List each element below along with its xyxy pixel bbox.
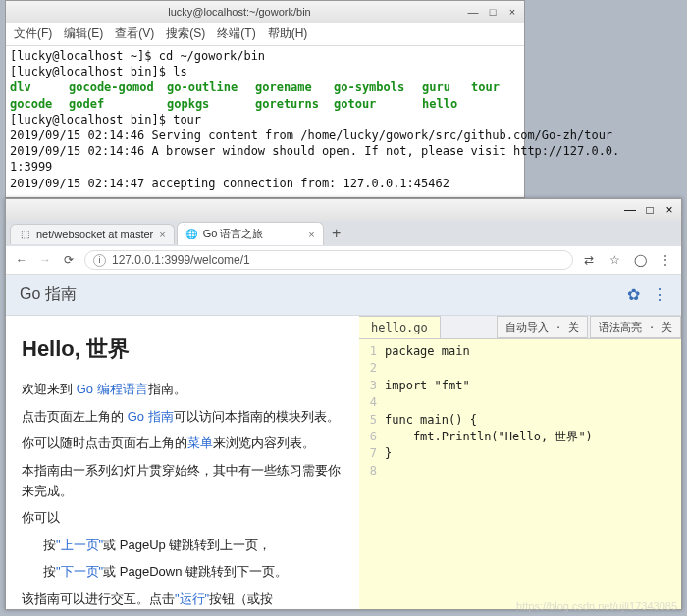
terminal-window: lucky@localhost:~/gowork/bin — □ × 文件(F)… [5,0,525,198]
site-info-icon[interactable]: i [93,254,106,267]
close-icon[interactable]: × [308,229,314,240]
tab-websocket[interactable]: ⬚ net/websocket at master × [10,224,175,244]
ls-entry: guru [422,79,471,95]
gopher-icon: 🌐 [185,229,197,240]
link-next-page[interactable]: "下一页" [56,564,103,579]
line-gutter: 1 2 3 4 5 6 7 8 [359,339,381,609]
paragraph: 本指南由一系列幻灯片贯穿始终，其中有一些练习需要你来完成。 [22,460,344,502]
link-go-guide[interactable]: Go 指南 [128,409,174,424]
watermark: https://blog.csdn.net/ujli17343085 [516,600,677,612]
terminal-body[interactable]: [lucky@localhost ~]$ cd ~/gowork/bin [lu… [6,46,524,197]
ls-entry: goreturns [255,96,334,112]
ls-entry [471,96,510,112]
terminal-title: lucky@localhost:~/gowork/bin [12,6,467,18]
paragraph: 欢迎来到 Go 编程语言指南。 [22,379,344,399]
forward-button[interactable]: → [37,253,53,267]
reload-button[interactable]: ⟳ [61,253,77,267]
back-button[interactable]: ← [14,253,29,267]
ls-entry: tour [471,79,510,95]
browser-tabs: ⬚ net/websocket at master × 🌐 Go 语言之旅 × … [6,221,681,246]
ls-output-row: gocodegodefgopkgsgoreturnsgotourhello [10,96,520,112]
ls-entry: go-outline [167,79,255,95]
terminal-window-buttons: — □ × [467,6,518,18]
maximize-button[interactable]: □ [644,203,656,217]
prompt-line: [lucky@localhost bin]$ ls [10,65,187,78]
editor-pane: hello.go 自动导入 · 关 语法高亮 · 关 1 2 3 4 5 6 7… [359,316,681,609]
paragraph: 你可以随时点击页面右上角的菜单来浏览内容列表。 [22,433,344,453]
kebab-menu-icon[interactable]: ⋮ [652,285,667,304]
link-prev-page[interactable]: "上一页" [56,538,103,552]
output-line: 2019/09/15 02:14:47 accepting connection… [10,177,449,190]
ls-entry: hello [422,96,471,112]
prompt-line: [lucky@localhost ~]$ cd ~/gowork/bin [10,49,265,63]
tab-go-tour[interactable]: 🌐 Go 语言之旅 × [177,222,324,245]
article-title: Hello, 世界 [22,332,344,367]
guide-content: Hello, 世界 欢迎来到 Go 编程语言指南。 点击页面左上角的 Go 指南… [6,316,681,609]
github-icon: ⬚ [19,229,30,240]
url-text: 127.0.0.1:3999/welcome/1 [112,253,250,267]
address-bar[interactable]: i 127.0.0.1:3999/welcome/1 [84,250,573,270]
guide-header: Go 指南 ✿ ⋮ [6,275,681,316]
browser-window-buttons: — □ × [624,203,675,217]
link-go-lang[interactable]: Go 编程语言 [77,382,148,396]
toggle-syntax[interactable]: 语法高亮 · 关 [590,316,681,338]
editor-file-tab[interactable]: hello.go [359,316,441,338]
toggle-autoimport[interactable]: 自动导入 · 关 [497,316,588,338]
menu-help[interactable]: 帮助(H) [268,26,308,42]
output-line: 2019/09/15 02:14:46 Serving content from… [10,128,612,142]
menu-file[interactable]: 文件(F) [14,26,52,42]
ls-entry: godef [69,96,167,112]
minimize-button[interactable]: — [624,203,636,217]
ls-entry: gocode [10,96,69,112]
new-tab-button[interactable]: + [326,225,347,242]
ls-entry: gocode-gomod [69,79,167,95]
link-run[interactable]: "运行" [175,591,209,606]
translate-icon[interactable]: ⇄ [581,253,597,267]
user-icon[interactable]: ◯ [632,253,648,267]
browser-window: — □ × ⬚ net/websocket at master × 🌐 Go 语… [5,198,682,610]
tab-label: net/websocket at master [36,229,153,240]
menu-view[interactable]: 查看(V) [115,26,154,42]
editor-tabbar: hello.go 自动导入 · 关 语法高亮 · 关 [359,316,681,339]
tab-label: Go 语言之旅 [203,227,264,241]
prompt-line: [lucky@localhost bin]$ tour [10,113,201,127]
close-button[interactable]: × [663,203,675,217]
close-icon[interactable]: × [159,229,165,240]
menu-search[interactable]: 搜索(S) [166,26,205,42]
paragraph: 按"下一页"或 PageDown 键跳转到下一页。 [43,561,344,582]
gear-icon[interactable]: ✿ [627,285,640,304]
output-line: 2019/09/15 02:14:46 A browser window sho… [10,144,619,174]
ls-entry: gotour [334,96,422,112]
browser-titlebar: — □ × [6,199,681,221]
close-button[interactable]: × [506,6,518,18]
ls-entry: gopkgs [167,96,255,112]
ls-entry: dlv [10,79,69,95]
menu-edit[interactable]: 编辑(E) [64,26,103,42]
paragraph: 点击页面左上角的 Go 指南可以访问本指南的模块列表。 [22,406,344,427]
link-menu[interactable]: 菜单 [187,436,213,450]
article-pane: Hello, 世界 欢迎来到 Go 编程语言指南。 点击页面左上角的 Go 指南… [6,316,359,609]
menu-terminal[interactable]: 终端(T) [217,26,255,42]
ls-entry: go-symbols [334,79,422,95]
star-icon[interactable]: ☆ [607,253,622,267]
paragraph: 按"上一页"或 PageUp 键跳转到上一页， [43,535,344,555]
menu-icon[interactable]: ⋮ [658,253,673,267]
ls-output-row: dlvgocode-gomodgo-outlinegorenamego-symb… [10,79,520,95]
toolbar-right: ⇄ ☆ ◯ ⋮ [581,253,673,267]
paragraph: 你可以 [22,507,344,528]
code-text[interactable]: package main import "fmt" func main() { … [381,339,681,609]
terminal-titlebar: lucky@localhost:~/gowork/bin — □ × [6,1,524,23]
code-area[interactable]: 1 2 3 4 5 6 7 8 package main import "fmt… [359,339,681,609]
maximize-button[interactable]: □ [487,6,499,18]
paragraph: 该指南可以进行交互。点击"运行"按钮（或按 Shift+Enter）可以在 你的… [22,589,344,609]
terminal-menubar: 文件(F) 编辑(E) 查看(V) 搜索(S) 终端(T) 帮助(H) [6,23,524,46]
ls-entry: gorename [255,79,334,95]
browser-toolbar: ← → ⟳ i 127.0.0.1:3999/welcome/1 ⇄ ☆ ◯ ⋮ [6,246,681,275]
guide-title[interactable]: Go 指南 [20,284,77,305]
minimize-button[interactable]: — [467,6,479,18]
